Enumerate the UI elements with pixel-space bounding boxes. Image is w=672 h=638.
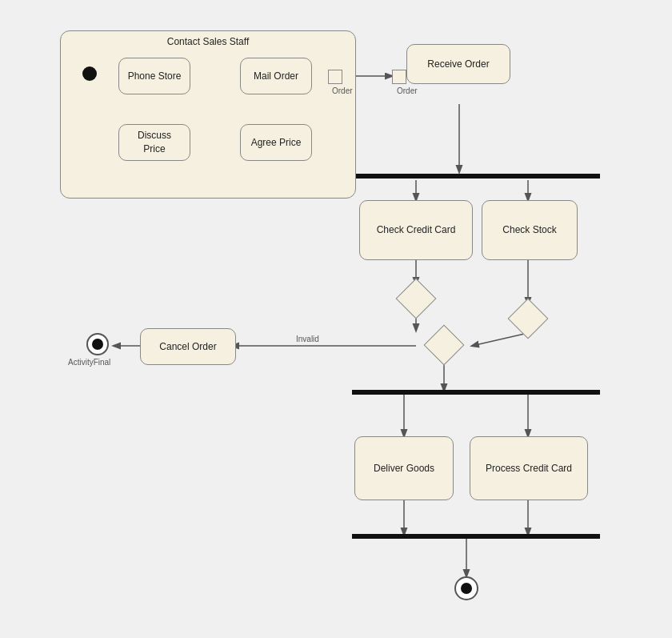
order-label-2: Order xyxy=(397,86,418,95)
activity-final-bottom xyxy=(454,576,478,600)
contact-sales-staff-label: Contact Sales Staff xyxy=(61,36,355,47)
cancel-order-node: Cancel Order xyxy=(140,328,236,365)
phone-store-node: Phone Store xyxy=(118,58,190,94)
check-stock-node: Check Stock xyxy=(482,200,578,260)
initial-node xyxy=(82,66,97,81)
check-credit-card-node: Check Credit Card xyxy=(359,200,473,260)
discuss-price-node: DiscussPrice xyxy=(118,124,190,161)
process-credit-card-node: Process Credit Card xyxy=(470,436,588,500)
activity-final-label: ActivityFinal xyxy=(68,358,110,367)
fork-square-1 xyxy=(328,70,342,84)
svg-line-13 xyxy=(472,333,528,346)
diagram-container: Contact Sales Staff Phone Store DiscussP… xyxy=(0,0,672,638)
contact-sales-staff-container: Contact Sales Staff xyxy=(60,30,356,199)
receive-order-node: Receive Order xyxy=(406,44,510,84)
activity-final-left xyxy=(86,333,109,355)
order-label-1: Order xyxy=(332,86,353,95)
agree-price-node: Agree Price xyxy=(240,124,312,161)
fork-square-2 xyxy=(392,70,406,84)
mail-order-node: Mail Order xyxy=(240,58,312,94)
deliver-goods-node: Deliver Goods xyxy=(354,436,454,500)
invalid-label: Invalid xyxy=(296,335,319,343)
